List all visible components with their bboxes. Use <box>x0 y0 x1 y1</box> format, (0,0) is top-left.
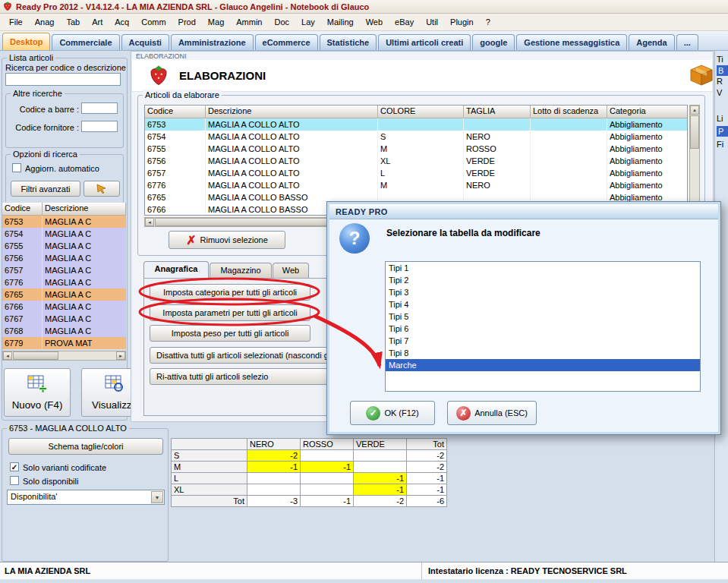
tab-web[interactable]: Web <box>273 263 309 278</box>
menu-tab[interactable]: Tab <box>60 16 86 28</box>
article-row[interactable]: 6767MAGLIA A C <box>2 313 126 325</box>
dialog-title-bar[interactable]: READY PRO <box>329 204 718 219</box>
tab-google[interactable]: google <box>472 34 515 50</box>
riattiva-articoli-button[interactable]: Ri-attiva tutti gli articoli selezio <box>150 368 342 385</box>
filter-pointer-button[interactable] <box>84 181 120 197</box>
article-row[interactable]: 6779PROVA MAT <box>2 337 126 349</box>
solo-varianti-checkbox[interactable]: ✓ <box>10 462 19 471</box>
menu-ammin[interactable]: Ammin <box>230 16 268 28</box>
schema-taglie-colori-button[interactable]: Schema taglie/colori <box>8 438 163 455</box>
elab-table-vscrollbar[interactable]: ▲ ▼ <box>689 105 700 216</box>
solo-disponibili-checkbox[interactable] <box>10 476 19 485</box>
imposta-peso-button[interactable]: Imposta peso per tutti gli articoli <box>150 325 310 342</box>
tab-gestione-messaggistica[interactable]: Gestione messaggistica <box>516 34 627 50</box>
menu-mag[interactable]: Mag <box>202 16 230 28</box>
nuovo-button[interactable]: Nuovo (F4) <box>4 368 71 417</box>
scroll-up-button[interactable]: ▲ <box>690 106 699 115</box>
scroll-thumb[interactable] <box>13 351 58 360</box>
barcode-input[interactable] <box>81 102 118 114</box>
article-row[interactable]: 6754MAGLIA A C <box>2 228 126 240</box>
col-header-codice[interactable]: Codice <box>2 203 43 216</box>
table-select-listbox[interactable]: Tipi 1 Tipi 2 Tipi 3 Tipi 4 Tipi 5 Tipi … <box>385 261 701 392</box>
strip-item[interactable]: P <box>717 126 728 137</box>
article-row[interactable]: 6756MAGLIA A C <box>2 252 126 264</box>
auto-update-checkbox[interactable] <box>12 163 21 172</box>
tab-commerciale[interactable]: Commerciale <box>52 34 119 50</box>
col-header-descrizione[interactable]: Descrizione <box>206 106 378 118</box>
elab-row[interactable]: 6757MAGLIA A COLLO ALTOLVERDEAbbigliamen… <box>145 167 688 179</box>
article-row[interactable]: 6776MAGLIA A C <box>2 276 126 288</box>
menu-prod[interactable]: Prod <box>172 16 202 28</box>
elab-row[interactable]: 6756MAGLIA A COLLO ALTOXLVERDEAbbigliame… <box>145 155 688 167</box>
menu-lay[interactable]: Lay <box>295 16 321 28</box>
list-item-tipi2[interactable]: Tipi 2 <box>386 274 700 286</box>
col-header-descrizione[interactable]: Descrizione <box>43 203 126 216</box>
scroll-thumb[interactable] <box>155 218 337 226</box>
col-header-taglia[interactable]: TAGLIA <box>464 106 531 118</box>
list-item-tipi3[interactable]: Tipi 3 <box>386 286 700 298</box>
strip-item[interactable]: V <box>717 88 722 97</box>
tab-ultimi-articoli-creati[interactable]: Ultimi articoli creati <box>378 34 471 50</box>
menu-mailing[interactable]: Mailing <box>321 16 360 28</box>
col-header-lotto[interactable]: Lotto di scadenza <box>531 106 607 118</box>
list-item-tipi6[interactable]: Tipi 6 <box>386 323 700 335</box>
strip-item[interactable]: R <box>717 77 723 86</box>
imposta-parametri-button[interactable]: Imposta parametri per tutti gli articoli <box>150 304 310 321</box>
elab-row[interactable]: 6776MAGLIA A COLLO ALTOMNEROAbbigliament… <box>145 179 688 191</box>
tab-acquisti[interactable]: Acquisti <box>121 34 169 50</box>
menu-anag[interactable]: Anag <box>29 16 61 28</box>
tab-ecommerce[interactable]: eCommerce <box>255 34 318 50</box>
menu-acq[interactable]: Acq <box>109 16 135 28</box>
supplier-code-input[interactable] <box>81 121 118 132</box>
article-row[interactable]: 6755MAGLIA A C <box>2 240 126 252</box>
article-list-hscrollbar[interactable]: ◄ ► <box>2 351 126 361</box>
scroll-right-button[interactable]: ► <box>116 351 125 360</box>
dropdown-arrow-icon[interactable]: ▼ <box>151 491 163 503</box>
article-row[interactable]: 6753MAGLIA A C <box>2 216 126 228</box>
list-item-tipi4[interactable]: Tipi 4 <box>386 298 700 310</box>
menu-web[interactable]: Web <box>360 16 389 28</box>
list-item-tipi5[interactable]: Tipi 5 <box>386 310 700 323</box>
menu-help[interactable]: ? <box>480 16 496 28</box>
menu-plugin[interactable]: Plugin <box>444 16 480 28</box>
tab-statistiche[interactable]: Statistiche <box>320 34 377 50</box>
elab-row-selected[interactable]: 6753MAGLIA A COLLO ALTOAbbigliamento <box>145 118 688 131</box>
strip-item[interactable]: B <box>717 65 728 76</box>
menu-doc[interactable]: Doc <box>269 16 296 28</box>
list-item-tipi8[interactable]: Tipi 8 <box>386 347 700 359</box>
article-row[interactable]: 6768MAGLIA A C <box>2 325 126 337</box>
ok-button[interactable]: ✓ OK (F12) <box>350 401 435 425</box>
disponibilita-dropdown[interactable]: Disponibilita' ▼ <box>7 490 165 505</box>
menu-comm[interactable]: Comm <box>135 16 172 28</box>
menu-ebay[interactable]: eBay <box>389 16 420 28</box>
menu-art[interactable]: Art <box>86 16 109 28</box>
menu-util[interactable]: Util <box>420 16 444 28</box>
list-item-tipi1[interactable]: Tipi 1 <box>386 262 700 274</box>
article-row[interactable]: 6766MAGLIA A C <box>2 301 126 313</box>
tab-amministrazione[interactable]: Amministrazione <box>171 34 254 50</box>
rimuovi-selezione-button[interactable]: ✗ Rimuovi selezione <box>169 231 285 249</box>
disattiva-articoli-button[interactable]: Disattiva tutti gli articoli selezionati… <box>150 347 342 364</box>
search-input[interactable] <box>5 73 121 86</box>
menu-file[interactable]: File <box>3 16 29 28</box>
strip-item[interactable]: Fi <box>717 140 723 149</box>
scroll-thumb[interactable] <box>690 115 699 149</box>
col-header-codice[interactable]: Codice <box>145 106 206 118</box>
scroll-left-button[interactable]: ◄ <box>3 351 12 360</box>
article-row[interactable]: 6765MAGLIA A C <box>2 288 126 301</box>
tab-overflow[interactable]: ... <box>676 34 698 50</box>
elab-row[interactable]: 6755MAGLIA A COLLO ALTOMROSSOAbbigliamen… <box>145 143 688 155</box>
package-icon[interactable] <box>689 63 714 89</box>
advanced-filters-button[interactable]: Filtri avanzati <box>11 181 80 197</box>
tab-anagrafica[interactable]: Anagrafica <box>143 261 209 278</box>
tab-desktop[interactable]: Desktop <box>2 33 50 50</box>
col-header-colore[interactable]: COLORE <box>378 106 464 118</box>
cancel-button[interactable]: ✗ Annulla (ESC) <box>447 401 537 425</box>
scroll-left-button[interactable]: ◄ <box>145 218 154 226</box>
imposta-categoria-button[interactable]: Imposta categoria per tutti gli articoli <box>150 284 310 301</box>
elab-row[interactable]: 6754MAGLIA A COLLO ALTOSNEROAbbigliament… <box>145 131 688 143</box>
article-row[interactable]: 6757MAGLIA A C <box>2 264 126 276</box>
list-item-marche-selected[interactable]: Marche <box>386 359 700 371</box>
tab-agenda[interactable]: Agenda <box>629 34 674 50</box>
tab-magazzino[interactable]: Magazzino <box>210 263 272 278</box>
